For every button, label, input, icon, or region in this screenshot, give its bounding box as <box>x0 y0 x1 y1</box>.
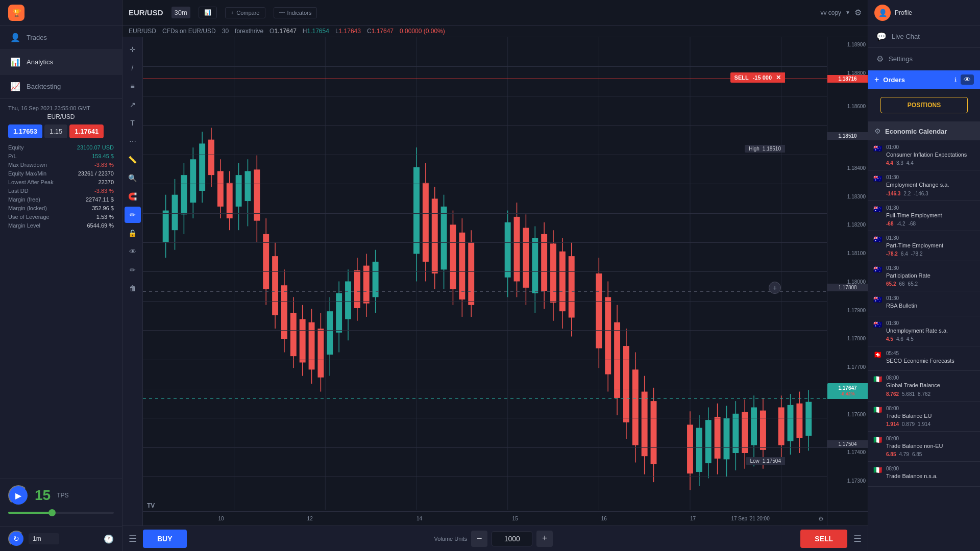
fib-draw-btn[interactable]: ⋯ <box>125 133 141 149</box>
volume-label: Volume Units <box>434 536 467 542</box>
eco-previous-1: -146.3 <box>914 191 928 196</box>
orders-add-icon[interactable]: + <box>874 75 879 84</box>
eco-main-5: 01:30 RBA Bulletin <box>886 295 975 311</box>
profile-label: Profile <box>895 9 912 16</box>
svg-rect-120 <box>788 405 794 441</box>
clock-icon[interactable]: 🕐 <box>104 534 114 544</box>
vv-copy-btn[interactable]: vv copy <box>820 9 841 16</box>
tps-value: 15 <box>35 487 51 504</box>
ray-draw-btn[interactable]: ↗ <box>125 96 141 113</box>
active-draw-btn[interactable]: ✏ <box>125 207 141 223</box>
app-logo: 🏆 <box>8 5 24 21</box>
svg-rect-56 <box>413 167 420 254</box>
tps-label: TPS <box>57 492 68 499</box>
orders-title: Orders <box>883 76 950 84</box>
time-label-14: 14 <box>416 516 422 521</box>
slider-track[interactable] <box>8 512 114 514</box>
svg-rect-90 <box>614 322 620 398</box>
sell-order-text: SELL <box>734 74 749 81</box>
settings-item[interactable]: ⚙ Settings <box>868 48 980 70</box>
compare-btn[interactable]: + Compare <box>225 7 265 18</box>
eco-event-0: Consumer Inflation Expectations <box>886 151 975 158</box>
chart-settings-btn[interactable]: ⚙ <box>854 8 862 17</box>
eco-flag-2: 🇦🇺 <box>873 205 882 213</box>
speed-slider[interactable] <box>0 512 122 526</box>
eye-draw-btn[interactable]: 👁 <box>125 243 141 260</box>
drawdown-row: Max Drawdown -3.83 % <box>8 162 114 168</box>
price-mid: 1.15 <box>44 124 67 138</box>
eco-settings-icon[interactable]: ⚙ <box>874 127 881 135</box>
indicators-btn[interactable]: 〰 Indicators <box>274 7 317 18</box>
hline-draw-btn[interactable]: ≡ <box>125 78 141 94</box>
line-draw-btn[interactable]: / <box>125 60 141 76</box>
eco-time-1: 01:30 <box>886 174 975 180</box>
datetime: Thu, 16 Sep 2021 23:55:00 GMT <box>8 105 114 111</box>
sidebar-item-backtesting[interactable]: 📈 Backtesting <box>0 74 122 99</box>
svg-rect-104 <box>705 420 712 463</box>
svg-rect-20 <box>217 171 224 206</box>
margin-locked-row: Margin (locked) 352.96 $ <box>8 205 114 211</box>
eco-main-4: 01:30 Participation Rate 65.2 66 65.2 <box>886 265 975 287</box>
equity-row: Equity 23100.07 USD <box>8 144 114 151</box>
svg-rect-102 <box>696 428 702 472</box>
chart-canvas[interactable]: SELL -15 000 ✕ High 1.18510 Low 1.17504 … <box>143 37 827 525</box>
eco-event-5: RBA Bulletin <box>886 302 975 309</box>
eco-flag-11: 🇮🇹 <box>873 466 882 474</box>
eco-actual-6: 4.5 <box>886 336 893 342</box>
eco-values-4: 65.2 66 65.2 <box>886 281 975 287</box>
svg-rect-14 <box>190 159 196 203</box>
crosshair-draw-btn[interactable]: ✛ <box>125 41 141 58</box>
time-axis-settings-icon[interactable]: ⚙ <box>818 515 824 522</box>
lock-draw-btn[interactable]: 🔒 <box>125 225 141 241</box>
volume-input[interactable] <box>492 531 532 546</box>
svg-rect-22 <box>227 183 233 218</box>
orders-eye-icon[interactable]: 👁 <box>961 74 974 85</box>
slider-thumb[interactable] <box>48 509 56 516</box>
margin-level-label: Margin Level <box>8 222 40 229</box>
sell-order-close[interactable]: ✕ <box>776 74 781 81</box>
svg-rect-32 <box>272 256 278 315</box>
timeframe-input[interactable] <box>29 533 59 544</box>
ohlc-row: EUR/USD CFDs on EUR/USD 30 forexthrive O… <box>122 26 868 37</box>
delete-draw-btn[interactable]: 🗑 <box>125 280 141 296</box>
chart-header: EUR/USD 30m 📊 + Compare 〰 Indicators vv … <box>122 0 868 26</box>
timeframe-30m-btn[interactable]: 30m <box>172 7 190 18</box>
list-icon[interactable]: ☰ <box>853 533 862 544</box>
sell-button[interactable]: SELL <box>800 530 847 548</box>
magnet-draw-btn[interactable]: 🧲 <box>125 188 141 205</box>
positions-button[interactable]: POSITIONS <box>880 97 968 113</box>
eco-main-7: 05:45 SECO Economic Forecasts <box>886 350 975 366</box>
menu-icon[interactable]: ☰ <box>129 533 137 544</box>
lowest-peak-row: Lowest After Peak 22370 <box>8 179 114 185</box>
buy-button[interactable]: BUY <box>143 530 187 548</box>
svg-rect-16 <box>199 143 205 191</box>
edit2-draw-btn[interactable]: ✏ <box>125 262 141 278</box>
eco-flag-6: 🇦🇺 <box>873 320 882 329</box>
text-draw-btn[interactable]: T <box>125 115 141 131</box>
eco-main-2: 01:30 Full-Time Employment -68 -4.2 -68 <box>886 205 975 227</box>
svg-rect-40 <box>309 322 315 370</box>
eco-values-3: -78.2 6.4 -78.2 <box>886 251 975 257</box>
svg-rect-26 <box>245 171 251 201</box>
volume-minus-button[interactable]: − <box>471 531 487 547</box>
dropdown-icon: ▼ <box>845 10 850 15</box>
eco-event-1: Employment Change s.a. <box>886 181 975 188</box>
eco-previous-0: 4.4 <box>906 160 914 166</box>
sidebar-item-analytics[interactable]: 📊 Analytics <box>0 50 122 74</box>
eco-main-0: 01:00 Consumer Inflation Expectations 4.… <box>886 144 975 166</box>
zoom-draw-btn[interactable]: 🔍 <box>125 170 141 186</box>
chart-type-btn[interactable]: 📊 <box>199 7 217 18</box>
eco-calendar-item: 🇦🇺 01:30 Part-Time Employment -78.2 6.4 … <box>868 231 980 261</box>
compare-icon: + <box>231 10 234 16</box>
eco-values-8: 8.762 5.681 8.762 <box>886 391 975 397</box>
play-button[interactable]: ▶ <box>8 485 29 506</box>
sidebar-item-trades[interactable]: 👤 Trades <box>0 26 122 50</box>
last-dd-label: Last DD <box>8 188 29 194</box>
live-chat-item[interactable]: 💬 Live Chat <box>868 26 980 48</box>
eco-time-6: 01:30 <box>886 320 975 326</box>
equity-minmax-row: Equity Max/Min 23261 / 22370 <box>8 170 114 177</box>
ruler-draw-btn[interactable]: 📏 <box>125 152 141 168</box>
volume-plus-button[interactable]: + <box>536 531 553 547</box>
crosshair-plus-icon[interactable]: + <box>769 282 781 294</box>
refresh-button[interactable]: ↻ <box>8 531 24 547</box>
